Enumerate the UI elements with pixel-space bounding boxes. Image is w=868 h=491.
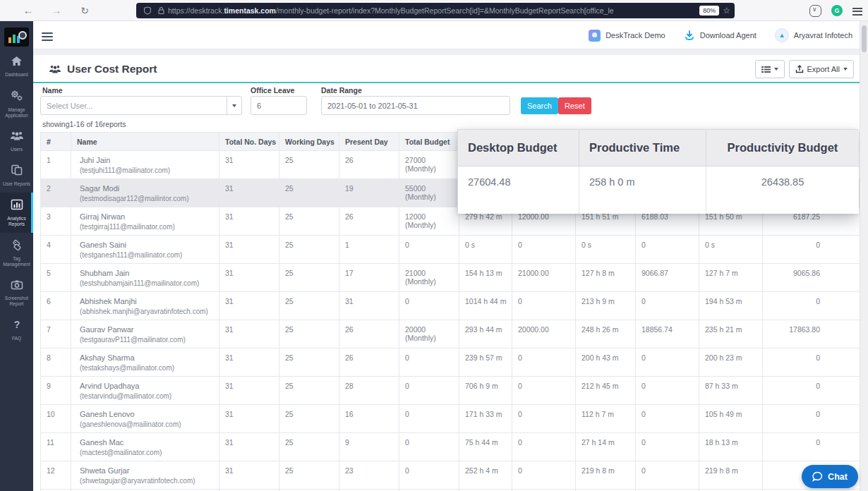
browser-address-bar[interactable]: https://desktrack.timentask.com/monthly-… [136,3,735,18]
table-row[interactable]: 11 Ganesh Mac (mactest@mailinator.com) 3… [41,433,860,461]
results-count-text: showing1-16 of 16reports [42,120,126,128]
browser-toolbar: ← → ↻ https://desktrack.timentask.com/mo… [0,0,868,21]
sidebar-item-dashboard[interactable]: Dashboard [0,49,33,83]
browser-forward-icon[interactable]: → [48,2,65,19]
tags-icon [11,239,23,250]
date-range-input[interactable] [321,96,510,115]
chat-button[interactable]: Chat [802,465,858,488]
sidebar-item-screenshot-report[interactable]: Screenshot Report [0,273,33,313]
copy-pages-icon [11,164,23,176]
report-title-bar: User Cost Report Export All [33,55,860,83]
popup-header-productive-time: Productive Time [579,130,706,166]
table-row[interactable]: 7 Gaurav Panwar (testgauravP111@mailinat… [41,320,860,348]
report-card: User Cost Report Export All Name Office … [33,55,860,491]
popup-header-desktop-budget: Desktop Budget [458,130,579,166]
table-row[interactable]: 9 Arvind Upadhaya (testarvindu@mailinato… [41,377,860,405]
columns-menu-button[interactable] [755,60,785,78]
page-scrollbar[interactable] [860,21,868,491]
download-agent-link[interactable]: Download Agent [684,30,757,41]
name-label: Name [42,86,63,95]
desktrack-logo[interactable] [4,28,29,47]
browser-menu-icon[interactable] [852,6,867,20]
page-title: User Cost Report [49,63,157,75]
hamburger-menu-icon[interactable] [42,30,53,43]
pocket-icon[interactable] [809,5,821,17]
office-leave-label: Office Leave [251,86,294,95]
question-icon: ? [11,319,23,330]
table-row[interactable]: 6 Abhishek Manjhi (abhishek.manjhi@aryav… [41,292,860,320]
sidebar-item-users[interactable]: Users [0,124,33,158]
camera-icon [11,279,23,290]
extension-icon[interactable]: G [831,5,843,16]
table-row[interactable]: 8 Akshay Sharma (testakshays@mailinator.… [41,348,860,377]
sidebar-item-manage-application[interactable]: Manage Application [0,83,33,124]
tracking-shield-icon[interactable] [143,6,152,15]
bookmark-star-icon[interactable]: ☆ [723,6,730,16]
browser-reload-icon[interactable]: ↻ [76,2,93,19]
col-header-name: Name [71,133,219,151]
home-icon [11,56,23,66]
users-icon [10,131,24,141]
col-header-total-days: Total No. Days [219,133,279,151]
search-button[interactable]: Search [521,97,558,114]
desktrack-demo-link[interactable]: DeskTrack Demo [589,30,665,42]
browser-back-icon[interactable]: ← [20,2,37,19]
chat-bubble-icon [812,471,823,482]
chevron-down-icon [227,97,241,114]
sidebar-item-analytics-reports[interactable]: Analytics Reports [0,193,33,233]
sidebar: Dashboard Manage Application Users Use [0,21,33,491]
gears-icon [10,90,23,102]
office-leave-input[interactable] [251,96,307,115]
col-header-num: # [41,133,71,151]
user-select[interactable]: Select User... [40,96,242,115]
bar-chart-icon [11,199,23,210]
url-text: https://desktrack.timentask.com/monthly-… [168,6,696,15]
magnifier-popup: Desktop Budget Productive Time Productiv… [457,129,858,213]
lock-icon[interactable] [157,6,165,15]
export-all-button[interactable]: Export All [789,60,854,78]
sidebar-item-faq[interactable]: ? FAQ [0,313,33,347]
export-icon [795,65,804,73]
list-icon [761,66,771,73]
sidebar-item-tag-management[interactable]: Tag Management [0,233,33,273]
users-icon [49,64,61,74]
demo-icon [589,30,601,42]
col-header-total-budget: Total Budget [399,133,459,151]
popup-value-productivity-budget: 26438.85 [706,166,859,214]
table-row[interactable]: 12 Shweta Gurjar (shwetagujar@aryavratin… [41,461,860,490]
reset-button[interactable]: Reset [558,97,591,114]
screen: ← → ↻ https://desktrack.timentask.com/mo… [0,0,868,491]
zoom-level-badge[interactable]: 80% [699,6,719,16]
filters: Name Office Leave Date Range Select User… [33,83,860,133]
download-icon [684,30,695,41]
popup-value-desktop-budget: 27604.48 [458,166,579,214]
sidebar-item-user-reports[interactable]: User Reports [0,158,33,193]
table-row[interactable]: 4 Ganesh Saini (testganesh111@mailinator… [41,236,860,264]
table-row[interactable]: 5 Shubham Jain (testshubhamjain111@maili… [41,264,860,292]
col-header-present-day: Present Day [339,133,399,151]
svg-text:?: ? [13,319,20,330]
col-header-working-days: Working Days [279,133,339,151]
app-header: DeskTrack Demo Download Agent ▲ Aryavrat… [33,21,860,49]
account-menu[interactable]: ▲ Aryavrat Infotech [775,28,852,42]
table-row[interactable]: 10 Ganesh Lenovo (ganeshlenova@mailinato… [41,405,860,433]
scrollbar-thumb[interactable] [862,25,867,52]
popup-header-productivity-budget: Productivity Budget [706,130,859,166]
avatar: ▲ [775,28,789,42]
date-range-label: Date Range [321,86,362,95]
popup-value-productive-time: 258 h 0 m [579,166,706,214]
